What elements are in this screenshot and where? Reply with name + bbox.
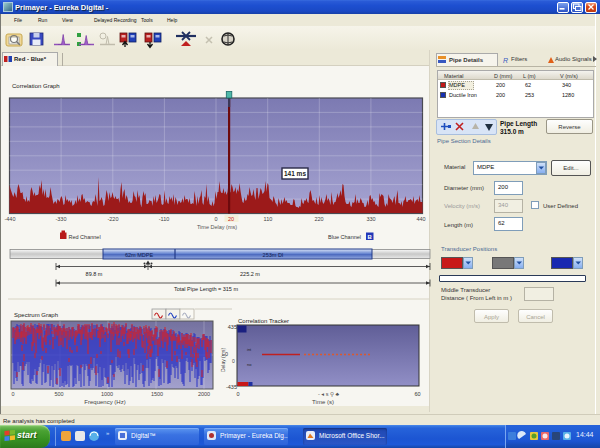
svg-text:0: 0: [214, 216, 217, 222]
svg-text:-220: -220: [107, 216, 118, 222]
svg-text:0: 0: [11, 391, 14, 397]
svg-text:1000: 1000: [101, 391, 113, 397]
svg-text:-440: -440: [4, 216, 15, 222]
svg-text:-435: -435: [226, 384, 237, 390]
svg-text:Spectrum Graph: Spectrum Graph: [14, 312, 58, 318]
svg-text:-110: -110: [159, 216, 170, 222]
svg-text:2000: 2000: [198, 391, 210, 397]
svg-text:60: 60: [414, 391, 420, 397]
svg-text:110: 110: [264, 216, 273, 222]
svg-text:62m MDPE: 62m MDPE: [125, 252, 153, 258]
svg-text:220: 220: [314, 216, 323, 222]
svg-text:330: 330: [366, 216, 375, 222]
svg-text:253m DI: 253m DI: [263, 252, 284, 258]
svg-text:»: »: [106, 430, 110, 436]
svg-text:Correlation Tracker: Correlation Tracker: [238, 318, 289, 324]
svg-text:440: 440: [416, 216, 425, 222]
svg-text:B: B: [367, 234, 372, 240]
svg-text:500: 500: [54, 391, 63, 397]
svg-text:0: 0: [232, 358, 235, 364]
svg-text:Time Delay (ms): Time Delay (ms): [197, 224, 237, 230]
svg-text:Total Pipe Length = 315 m: Total Pipe Length = 315 m: [174, 286, 238, 292]
svg-text:1500: 1500: [151, 391, 163, 397]
svg-text:0: 0: [236, 391, 239, 397]
svg-text:Red Channel: Red Channel: [69, 234, 101, 240]
svg-text:R: R: [503, 57, 508, 64]
svg-text:Blue Channel: Blue Channel: [328, 234, 361, 240]
svg-text:Time (s): Time (s): [312, 399, 334, 405]
svg-text:20: 20: [228, 216, 234, 222]
svg-text:no: no: [247, 362, 252, 367]
svg-text:89.8 m: 89.8 m: [86, 271, 103, 277]
svg-text:225.2 m: 225.2 m: [240, 271, 260, 277]
svg-text:- ◂ s ⚲ ♣: - ◂ s ⚲ ♣: [318, 391, 339, 397]
svg-text:Frequency (Hz): Frequency (Hz): [84, 399, 125, 405]
svg-text:141 ms: 141 ms: [284, 170, 306, 177]
svg-text:-330: -330: [55, 216, 66, 222]
svg-text:Delay (ms): Delay (ms): [220, 348, 226, 373]
svg-text:435: 435: [228, 324, 237, 330]
